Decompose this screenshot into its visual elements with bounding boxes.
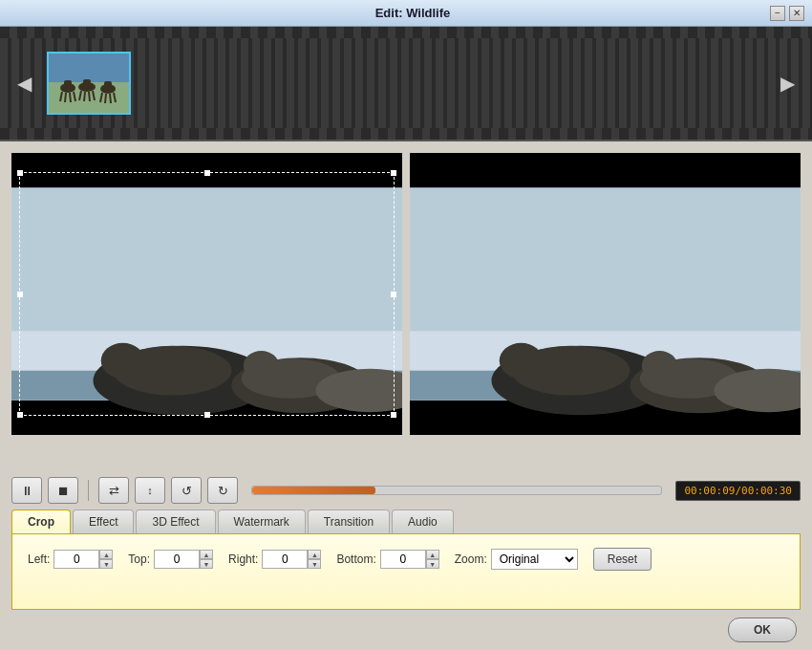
bottom-spin-buttons: ▲ ▼	[426, 550, 439, 569]
top-spin-down[interactable]: ▼	[200, 559, 213, 569]
filmstrip: ◀	[0, 27, 812, 141]
window-title: Edit: Wildlife	[55, 6, 770, 20]
right-spin-up[interactable]: ▲	[308, 550, 321, 559]
tabs: Crop Effect 3D Effect Watermark Transiti…	[11, 509, 801, 533]
redo-button[interactable]: ↻	[207, 477, 238, 504]
zoom-label: Zoom:	[455, 552, 487, 566]
svg-line-11	[84, 92, 85, 101]
controls-bar: ⏸ ⏹ ⇄ ↕ ↺ ↻ 00:00:09/00:00:30	[0, 471, 812, 509]
ok-button[interactable]: OK	[728, 618, 797, 642]
tab-effect[interactable]: Effect	[73, 509, 134, 533]
svg-rect-9	[83, 79, 91, 91]
pause-button[interactable]: ⏸	[11, 477, 42, 504]
window-controls: − ✕	[770, 6, 804, 21]
crop-controls: Left: ▲ ▼ Top: ▲ ▼	[28, 548, 784, 571]
bottom-bar: OK	[0, 610, 812, 650]
top-spin-up[interactable]: ▲	[200, 550, 213, 559]
top-spin-buttons: ▲ ▼	[200, 550, 213, 569]
tab-3d-effect[interactable]: 3D Effect	[136, 509, 215, 533]
tab-watermark[interactable]: Watermark	[218, 509, 306, 533]
right-spin-input: ▲ ▼	[262, 550, 321, 569]
svg-point-29	[101, 343, 145, 379]
tab-content-crop: Left: ▲ ▼ Top: ▲ ▼	[11, 533, 801, 610]
filmstrip-top-dots	[0, 27, 812, 38]
stop-button[interactable]: ⏹	[48, 477, 78, 504]
tab-crop[interactable]: Crop	[11, 509, 71, 533]
time-display: 00:00:09/00:00:30	[675, 481, 801, 501]
controls-separator-1	[88, 480, 89, 501]
right-label: Right:	[228, 552, 258, 566]
left-spin-down[interactable]: ▼	[99, 559, 113, 569]
right-input[interactable]	[262, 550, 308, 569]
right-spin-buttons: ▲ ▼	[308, 550, 321, 569]
tab-audio[interactable]: Audio	[392, 509, 454, 533]
left-preview-svg	[11, 153, 402, 435]
stop-icon: ⏹	[57, 484, 70, 498]
svg-point-42	[642, 351, 677, 380]
top-label: Top:	[128, 552, 150, 566]
minimize-button[interactable]: −	[770, 6, 785, 21]
right-seal-scene	[410, 153, 801, 435]
pause-icon: ⏸	[21, 484, 33, 498]
svg-line-18	[110, 94, 111, 103]
thumbnail-image	[49, 54, 129, 113]
bottom-spin-input: ▲ ▼	[380, 550, 439, 569]
svg-rect-0	[49, 54, 131, 82]
top-spin-input: ▲ ▼	[154, 550, 213, 569]
filmstrip-prev-button[interactable]: ◀	[10, 68, 39, 98]
right-field-group: Right: ▲ ▼	[228, 550, 321, 569]
top-input[interactable]	[154, 550, 200, 569]
bottom-spin-up[interactable]: ▲	[426, 550, 439, 559]
zoom-select[interactable]: Original Full Screen 16:9 4:3	[491, 549, 578, 570]
right-preview-panel	[410, 153, 801, 435]
bottom-field-group: Bottom: ▲ ▼	[336, 550, 438, 569]
thumbnail-item[interactable]	[47, 52, 131, 115]
top-field-group: Top: ▲ ▼	[128, 550, 213, 569]
svg-line-6	[70, 93, 71, 102]
svg-rect-32	[410, 153, 801, 187]
left-spin-up[interactable]: ▲	[99, 550, 113, 559]
svg-point-41	[500, 343, 544, 379]
main-window: ◀	[0, 27, 812, 650]
filmstrip-bottom-dots	[0, 128, 812, 140]
undo-button[interactable]: ↺	[171, 477, 202, 504]
bottom-input[interactable]	[380, 550, 426, 569]
zoom-field-group: Zoom: Original Full Screen 16:9 4:3	[455, 549, 578, 570]
step-icon: ↕	[147, 485, 153, 496]
bottom-spin-down[interactable]: ▼	[426, 559, 439, 569]
svg-point-30	[244, 351, 279, 380]
left-seal-scene	[11, 153, 402, 435]
right-preview-svg	[410, 153, 801, 435]
undo-icon: ↺	[182, 484, 192, 498]
bottom-label: Bottom:	[336, 552, 375, 566]
left-label: Left:	[28, 552, 50, 566]
tabs-container: Crop Effect 3D Effect Watermark Transiti…	[0, 509, 812, 533]
swap-button[interactable]: ⇄	[98, 477, 129, 504]
svg-rect-3	[64, 80, 72, 92]
step-button[interactable]: ↕	[135, 477, 165, 504]
right-spin-down[interactable]: ▼	[308, 559, 321, 569]
filmstrip-content	[39, 52, 773, 115]
thumbnail-svg	[49, 54, 131, 115]
titlebar: Edit: Wildlife − ✕	[0, 0, 812, 27]
left-spin-input: ▲ ▼	[53, 550, 113, 569]
left-spin-buttons: ▲ ▼	[99, 550, 113, 569]
tab-transition[interactable]: Transition	[308, 509, 390, 533]
svg-rect-15	[104, 81, 112, 93]
reset-button[interactable]: Reset	[593, 548, 652, 571]
svg-rect-20	[11, 153, 402, 187]
swap-icon: ⇄	[109, 484, 119, 498]
close-button[interactable]: ✕	[789, 6, 804, 21]
svg-line-17	[105, 94, 106, 103]
left-field-group: Left: ▲ ▼	[28, 550, 113, 569]
filmstrip-next-button[interactable]: ▶	[773, 68, 802, 98]
redo-icon: ↻	[218, 484, 228, 498]
progress-bar-fill	[252, 487, 375, 494]
svg-line-12	[89, 92, 90, 101]
left-preview-panel	[11, 153, 402, 435]
preview-area	[0, 141, 812, 471]
svg-line-5	[65, 93, 66, 102]
left-input[interactable]	[53, 550, 99, 569]
progress-bar-container[interactable]	[251, 486, 662, 495]
